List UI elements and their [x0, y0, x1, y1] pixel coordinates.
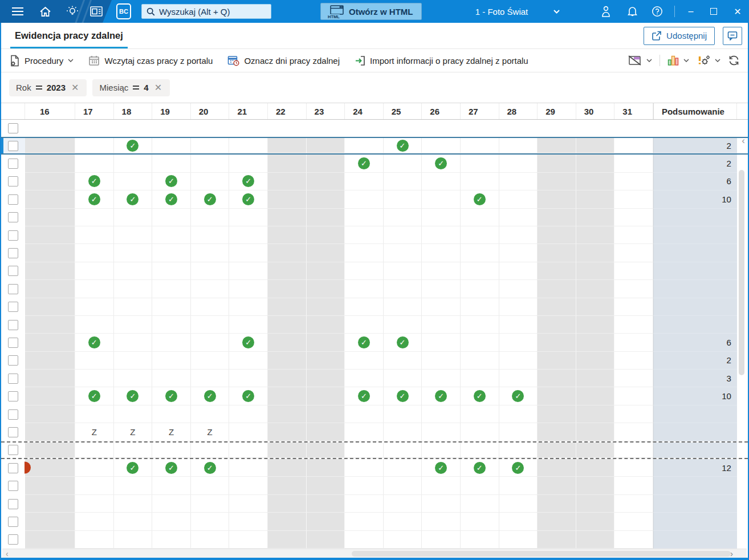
day-cell[interactable] — [576, 495, 615, 513]
day-cell[interactable] — [461, 209, 499, 226]
day-cell[interactable]: ✓ — [499, 459, 538, 477]
day-cell[interactable] — [614, 423, 653, 441]
day-cell[interactable] — [384, 209, 422, 226]
scroll-right-chevron-icon[interactable]: › — [730, 549, 733, 558]
day-cell[interactable] — [152, 352, 191, 370]
day-column-header[interactable]: 31 — [614, 103, 653, 119]
day-cell[interactable] — [25, 513, 75, 530]
day-cell[interactable] — [499, 443, 538, 458]
day-cell[interactable]: ✓ — [422, 155, 461, 172]
day-cell[interactable] — [614, 513, 653, 530]
day-cell[interactable] — [538, 495, 576, 513]
day-cell[interactable] — [114, 298, 153, 316]
global-search[interactable] — [141, 4, 271, 19]
day-cell[interactable] — [614, 190, 653, 208]
day-cell[interactable] — [345, 531, 384, 549]
day-cell[interactable] — [25, 298, 75, 316]
day-cell[interactable] — [384, 531, 422, 549]
day-cell[interactable] — [268, 226, 307, 244]
day-cell[interactable] — [25, 352, 75, 370]
day-cell[interactable] — [25, 531, 75, 549]
day-cell[interactable] — [268, 459, 307, 477]
day-cell[interactable] — [461, 155, 499, 172]
day-cell[interactable] — [307, 280, 345, 298]
day-cell[interactable] — [499, 244, 538, 262]
day-cell[interactable]: Z — [75, 423, 114, 441]
comments-button[interactable] — [723, 27, 742, 45]
day-cell[interactable] — [576, 298, 615, 316]
day-cell[interactable] — [384, 316, 422, 334]
day-cell[interactable]: ✓ — [152, 387, 191, 405]
horizontal-scrollbar[interactable]: ‹ › — [2, 549, 747, 558]
day-cell[interactable] — [576, 244, 615, 262]
day-cell[interactable] — [152, 334, 191, 351]
row-checkbox[interactable] — [8, 284, 18, 294]
day-cell[interactable] — [307, 405, 345, 423]
day-cell[interactable] — [152, 495, 191, 513]
day-cell[interactable] — [75, 352, 114, 370]
factbox-collapse-chevron-icon[interactable]: ‹ — [742, 135, 745, 147]
window-close-button[interactable]: ✕ — [730, 0, 746, 23]
day-cell[interactable] — [191, 316, 230, 334]
day-cell[interactable] — [191, 370, 230, 387]
row-checkbox[interactable] — [8, 320, 18, 330]
day-cell[interactable] — [191, 477, 230, 494]
row-checkbox[interactable] — [8, 391, 18, 401]
day-cell[interactable] — [25, 244, 75, 262]
day-cell[interactable] — [499, 405, 538, 423]
day-cell[interactable] — [499, 262, 538, 280]
day-cell[interactable] — [307, 495, 345, 513]
day-cell[interactable] — [614, 405, 653, 423]
day-cell[interactable] — [345, 423, 384, 441]
day-cell[interactable] — [614, 173, 653, 190]
day-cell[interactable] — [25, 423, 75, 441]
day-cell[interactable] — [268, 155, 307, 172]
day-cell[interactable]: ✓ — [229, 334, 268, 351]
day-cell[interactable] — [114, 513, 153, 530]
day-cell[interactable] — [229, 262, 268, 280]
row-checkbox[interactable] — [8, 481, 18, 491]
day-cell[interactable] — [152, 244, 191, 262]
tab-ewidencja-pracy-zdalnej[interactable]: Ewidencja pracy zdalnej — [15, 23, 123, 48]
day-cell[interactable] — [345, 138, 384, 153]
day-cell[interactable]: ✓ — [384, 387, 422, 405]
day-cell[interactable] — [268, 173, 307, 190]
day-cell[interactable] — [499, 352, 538, 370]
day-cell[interactable] — [538, 443, 576, 458]
day-cell[interactable] — [461, 423, 499, 441]
day-cell[interactable]: ✓ — [461, 190, 499, 208]
day-cell[interactable] — [191, 334, 230, 351]
day-cell[interactable] — [384, 459, 422, 477]
day-cell[interactable] — [345, 298, 384, 316]
day-cell[interactable] — [75, 405, 114, 423]
day-cell[interactable] — [576, 405, 615, 423]
day-cell[interactable] — [25, 477, 75, 494]
search-input[interactable] — [159, 7, 266, 17]
day-cell[interactable] — [422, 226, 461, 244]
day-cell[interactable] — [345, 280, 384, 298]
help-icon[interactable] — [649, 0, 666, 23]
day-cell[interactable]: ✓ — [152, 459, 191, 477]
day-cell[interactable] — [307, 155, 345, 172]
remove-filter-icon[interactable]: ✕ — [153, 82, 163, 93]
day-cell[interactable]: ✓ — [229, 387, 268, 405]
filter-pill-miesiac[interactable]: Miesiąc 4 ✕ — [92, 79, 170, 96]
day-cell[interactable] — [576, 316, 615, 334]
day-cell[interactable] — [538, 531, 576, 549]
day-cell[interactable] — [307, 262, 345, 280]
day-cell[interactable] — [152, 513, 191, 530]
day-cell[interactable] — [614, 495, 653, 513]
horizontal-scrollbar-thumb[interactable] — [352, 551, 731, 557]
filter-pill-rok[interactable]: Rok 2023 ✕ — [9, 79, 87, 96]
day-cell[interactable]: ✓ — [422, 387, 461, 405]
row-checkbox[interactable] — [8, 230, 18, 241]
window-maximize-button[interactable] — [706, 0, 722, 23]
day-cell[interactable]: ✓ — [75, 387, 114, 405]
day-cell[interactable]: ✓ — [229, 190, 268, 208]
day-cell[interactable] — [152, 405, 191, 423]
day-cell[interactable] — [614, 387, 653, 405]
day-cell[interactable] — [75, 477, 114, 494]
day-cell[interactable] — [461, 334, 499, 351]
day-cell[interactable] — [25, 495, 75, 513]
row-checkbox[interactable] — [8, 141, 18, 151]
